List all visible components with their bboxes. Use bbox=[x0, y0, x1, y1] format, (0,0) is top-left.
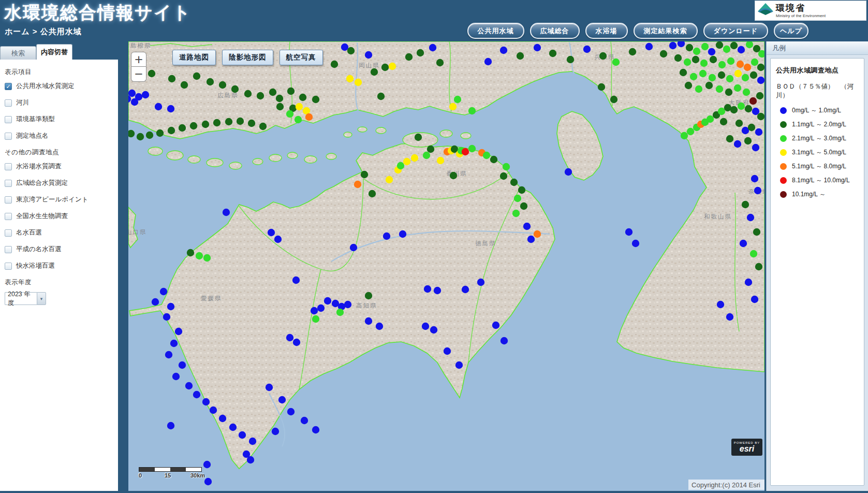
station-dot[interactable] bbox=[734, 140, 741, 148]
station-dot[interactable] bbox=[369, 190, 376, 197]
station-dot[interactable] bbox=[190, 122, 197, 129]
station-dot[interactable] bbox=[244, 90, 252, 97]
station-dot[interactable] bbox=[699, 70, 707, 77]
station-dot[interactable] bbox=[203, 461, 211, 468]
station-dot[interactable] bbox=[534, 230, 541, 238]
station-dot[interactable] bbox=[196, 252, 203, 259]
station-dot[interactable] bbox=[312, 426, 319, 433]
nav-button[interactable]: 測定結果検索 bbox=[634, 23, 698, 39]
station-dot[interactable] bbox=[257, 92, 264, 99]
station-dot[interactable] bbox=[269, 89, 276, 96]
station-dot[interactable] bbox=[276, 103, 284, 110]
station-dot[interactable] bbox=[751, 59, 758, 66]
station-dot[interactable] bbox=[155, 103, 162, 110]
station-dot[interactable] bbox=[751, 175, 758, 182]
station-dot[interactable] bbox=[274, 236, 282, 243]
station-dot[interactable] bbox=[239, 431, 246, 439]
station-dot[interactable] bbox=[757, 64, 764, 71]
checkbox-icon[interactable] bbox=[5, 180, 12, 187]
station-dot[interactable] bbox=[386, 176, 393, 183]
station-dot[interactable] bbox=[305, 113, 313, 121]
station-dot[interactable] bbox=[436, 59, 444, 66]
station-dot[interactable] bbox=[669, 42, 676, 49]
station-dot[interactable] bbox=[350, 244, 357, 251]
checkbox-icon[interactable] bbox=[5, 263, 12, 270]
station-dot[interactable] bbox=[365, 292, 372, 299]
station-dot[interactable] bbox=[583, 46, 591, 53]
station-dot[interactable] bbox=[705, 82, 713, 89]
nav-button[interactable]: ダウンロード bbox=[703, 23, 769, 39]
station-dot[interactable] bbox=[500, 47, 507, 54]
station-dot[interactable] bbox=[730, 42, 738, 49]
station-dot[interactable] bbox=[181, 81, 188, 89]
station-dot[interactable] bbox=[718, 61, 726, 68]
station-dot[interactable] bbox=[347, 47, 355, 54]
station-dot[interactable] bbox=[756, 92, 763, 99]
station-dot[interactable] bbox=[695, 85, 702, 93]
station-dot[interactable] bbox=[754, 187, 761, 194]
station-dot[interactable] bbox=[336, 309, 344, 316]
station-dot[interactable] bbox=[237, 118, 244, 125]
station-dot[interactable] bbox=[720, 118, 727, 125]
station-dot[interactable] bbox=[381, 64, 389, 71]
station-dot[interactable] bbox=[160, 288, 167, 295]
basemap-button[interactable]: 道路地図 bbox=[172, 50, 216, 65]
station-dot[interactable] bbox=[744, 64, 751, 71]
station-dot[interactable] bbox=[355, 79, 362, 86]
checkbox-item[interactable]: 東京湾アピールポイント bbox=[5, 195, 118, 204]
station-dot[interactable] bbox=[492, 322, 499, 329]
station-dot[interactable] bbox=[193, 72, 200, 80]
station-dot[interactable] bbox=[749, 97, 757, 105]
station-dot[interactable] bbox=[503, 163, 510, 170]
station-dot[interactable] bbox=[167, 105, 174, 112]
station-dot[interactable] bbox=[213, 119, 220, 126]
zoom-out-button[interactable]: − bbox=[131, 67, 146, 82]
station-dot[interactable] bbox=[755, 128, 762, 136]
station-dot[interactable] bbox=[204, 478, 212, 485]
map-canvas[interactable]: 島根県広島県岡山県兵庫県大阪府奈良県和歌山県山口県愛媛県高知県徳島県香川県 + … bbox=[128, 41, 764, 491]
station-dot[interactable] bbox=[259, 123, 267, 130]
station-dot[interactable] bbox=[172, 373, 180, 380]
station-dot[interactable] bbox=[454, 96, 461, 103]
station-dot[interactable] bbox=[612, 59, 620, 66]
station-dot[interactable] bbox=[403, 158, 410, 165]
station-dot[interactable] bbox=[598, 83, 605, 91]
station-dot[interactable] bbox=[751, 296, 758, 303]
station-dot[interactable] bbox=[202, 398, 210, 405]
station-dot[interactable] bbox=[632, 240, 639, 247]
station-dot[interactable] bbox=[434, 287, 441, 294]
station-dot[interactable] bbox=[361, 171, 368, 178]
station-dot[interactable] bbox=[468, 107, 476, 114]
station-dot[interactable] bbox=[170, 340, 178, 347]
checkbox-item[interactable]: 河川 bbox=[5, 98, 118, 107]
station-dot[interactable] bbox=[417, 49, 424, 56]
station-dot[interactable] bbox=[168, 127, 175, 134]
station-dot[interactable] bbox=[272, 428, 279, 435]
station-dot[interactable] bbox=[450, 172, 457, 179]
station-dot[interactable] bbox=[757, 77, 764, 84]
station-dot[interactable] bbox=[514, 195, 521, 202]
station-dot[interactable] bbox=[424, 285, 431, 293]
station-dot[interactable] bbox=[510, 179, 518, 186]
station-dot[interactable] bbox=[249, 438, 256, 445]
station-dot[interactable] bbox=[523, 223, 531, 230]
station-dot[interactable] bbox=[317, 304, 325, 312]
station-dot[interactable] bbox=[223, 209, 230, 216]
station-dot[interactable] bbox=[477, 279, 484, 286]
station-dot[interactable] bbox=[738, 103, 745, 110]
station-dot[interactable] bbox=[168, 75, 175, 82]
station-dot[interactable] bbox=[723, 46, 730, 53]
station-dot[interactable] bbox=[743, 89, 750, 96]
basemap-button[interactable]: 航空写真 bbox=[279, 50, 323, 65]
station-dot[interactable] bbox=[718, 71, 725, 79]
chevron-down-icon[interactable]: ▾ bbox=[37, 292, 46, 305]
station-dot[interactable] bbox=[738, 46, 745, 53]
station-dot[interactable] bbox=[299, 94, 306, 101]
station-dot[interactable] bbox=[690, 73, 697, 80]
station-dot[interactable] bbox=[292, 277, 300, 284]
station-dot[interactable] bbox=[301, 417, 308, 424]
station-dot[interactable] bbox=[716, 41, 723, 49]
station-dot[interactable] bbox=[629, 48, 636, 55]
station-dot[interactable] bbox=[710, 56, 717, 63]
station-dot[interactable] bbox=[312, 315, 319, 323]
